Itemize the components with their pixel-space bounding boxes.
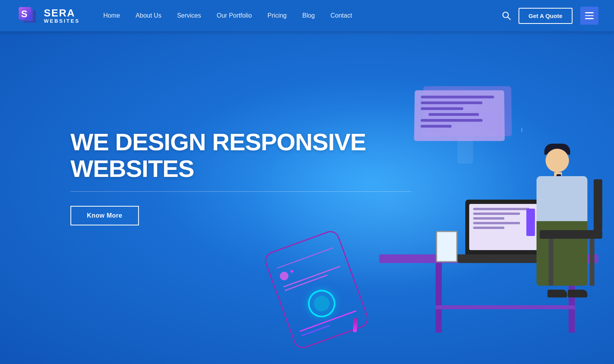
code-line-6 [421,125,452,128]
brand-name-top: SERA [44,7,80,19]
chair-back [594,179,602,230]
person-shoe-right [568,290,587,297]
nav-services[interactable]: Services [177,12,201,19]
nav-contact[interactable]: Contact [331,12,352,19]
doc-line-2 [284,274,328,291]
hero-divider [70,191,411,192]
laptop-screen [469,204,540,250]
code-line-5 [421,119,483,122]
hero-section: WE DESIGN RESPONSIVE WEBSITES Know More [0,0,614,364]
chair-seat [540,230,602,239]
code-line-2 [421,101,483,104]
tablet-screen [437,232,456,261]
ls-line-3 [473,217,504,220]
doc-avatar [279,270,290,281]
search-icon [502,11,511,20]
doc-card [263,229,371,351]
logo-text: SERA WEBSITES [44,7,80,24]
ls-line-5 [473,227,504,229]
svg-line-5 [508,17,510,20]
logo-icon: S [16,4,39,27]
menu-icon-line1 [585,12,594,13]
doc-circle [304,286,339,321]
laptop-base [465,200,544,254]
code-line-4 [429,113,479,116]
code-panel [414,90,505,141]
brand-name-bottom: WEBSITES [44,18,80,24]
person-body [537,176,587,223]
person-shoe-left [547,290,567,297]
doc-line-1 [283,266,340,287]
know-more-button[interactable]: Know More [70,206,139,225]
logo[interactable]: S SERA WEBSITES [16,4,80,27]
nav-portfolio[interactable]: Our Portfolio [217,12,252,19]
code-line-1 [421,96,494,98]
chair-leg-2 [549,239,553,286]
tablet [436,231,457,262]
doc-pen [353,318,358,332]
nav-right: Get A Quote [502,7,598,25]
nav-home[interactable]: Home [103,12,120,19]
nav-links: Home About Us Services Our Portfolio Pri… [103,12,502,19]
nav-blog[interactable]: Blog [302,12,315,19]
nav-pricing[interactable]: Pricing [268,12,287,19]
get-quote-button[interactable]: Get A Quote [519,8,573,24]
doc-circle-inner [312,294,331,314]
search-button[interactable] [502,11,511,20]
menu-icon-line3 [585,18,594,19]
ls-line-2 [473,213,520,215]
menu-icon-line2 [585,15,594,16]
hero-content: WE DESIGN RESPONSIVE WEBSITES Know More [70,129,423,225]
navbar: S SERA WEBSITES Home About Us Services O… [0,0,614,31]
desk-leg-left [436,263,442,333]
hero-title: WE DESIGN RESPONSIVE WEBSITES [70,129,423,182]
doc-dot [290,270,293,273]
desk-crossbar [436,305,575,309]
svg-text:S: S [21,9,27,19]
chair-leg-1 [590,239,594,286]
coffee-steam [521,128,524,132]
doc-line-4 [301,325,330,336]
code-line-3 [421,107,463,110]
menu-button[interactable] [580,7,598,25]
ls-line-1 [473,208,529,210]
laptop-accent [526,209,535,236]
person-head [546,149,569,172]
nav-about[interactable]: About Us [136,12,162,19]
ls-line-4 [473,222,520,224]
